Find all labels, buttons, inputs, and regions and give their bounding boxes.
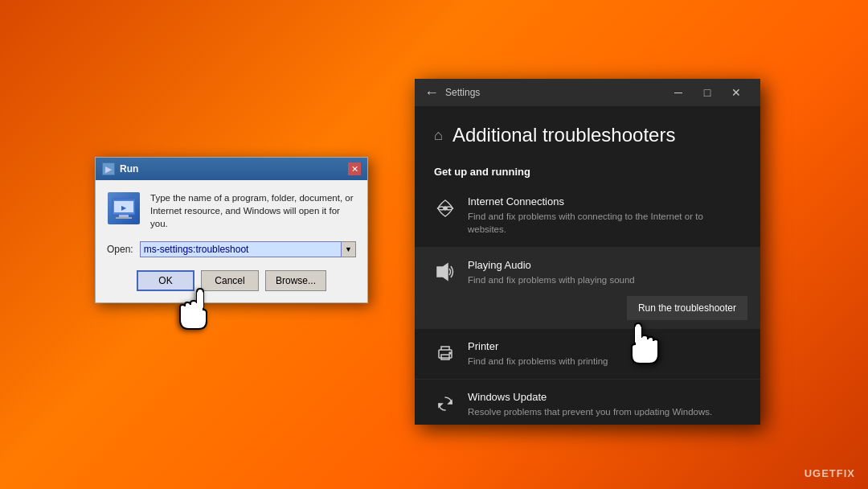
cursor-hand-run — [173, 286, 215, 343]
windows-update-item[interactable]: Windows Update Resolve problems that pre… — [415, 380, 760, 425]
run-titlebar: ▶ Run ✕ — [96, 158, 367, 180]
svg-marker-13 — [439, 404, 442, 407]
windows-update-title: Windows Update — [468, 391, 741, 403]
printer-item[interactable]: Printer Find and fix problems with print… — [415, 329, 760, 380]
settings-content[interactable]: ⌂ Additional troubleshooters Get up and … — [415, 106, 760, 425]
playing-audio-header: Playing Audio Find and fix problems with… — [434, 259, 741, 286]
run-dropdown-button[interactable]: ▼ — [342, 241, 356, 257]
internet-connections-item[interactable]: Internet Connections Find and fix proble… — [415, 184, 760, 248]
printer-text: Printer Find and fix problems with print… — [468, 340, 741, 368]
printer-desc: Find and fix problems with printing — [468, 355, 741, 368]
run-titlebar-left: ▶ Run — [102, 162, 138, 175]
run-buttons-row: OK Cancel Browse... — [96, 264, 367, 302]
watermark: UGETFIX — [805, 467, 855, 479]
run-open-label: Open: — [107, 244, 133, 255]
run-icon-area: ▶ — [107, 191, 141, 225]
titlebar-controls: ─ □ ✕ — [664, 79, 751, 106]
settings-titlebar-title: Settings — [445, 87, 664, 98]
printer-icon — [434, 342, 457, 364]
run-troubleshooter-button[interactable]: Run the troubleshooter — [627, 296, 747, 320]
home-icon: ⌂ — [434, 127, 443, 144]
settings-window: ← Settings ─ □ ✕ ⌂ Additional troublesho… — [415, 79, 760, 425]
playing-audio-desc: Find and fix problems with playing sound — [468, 273, 741, 286]
run-description: Type the name of a program, folder, docu… — [150, 191, 356, 230]
internet-connections-desc: Find and fix problems with connecting to… — [468, 210, 741, 236]
svg-text:▶: ▶ — [121, 204, 127, 212]
settings-back-button[interactable]: ← — [424, 84, 439, 101]
internet-connections-icon — [434, 197, 457, 220]
section-label: Get up and running — [415, 159, 760, 184]
svg-rect-3 — [116, 217, 132, 219]
cursor-hand-settings — [624, 320, 665, 378]
run-dialog: ▶ Run ✕ ▶ Type the name of a program, fo… — [95, 157, 368, 303]
run-body: ▶ Type the name of a program, folder, do… — [96, 180, 367, 241]
svg-rect-10 — [441, 355, 449, 360]
run-browse-button[interactable]: Browse... — [265, 270, 326, 291]
svg-point-11 — [449, 352, 451, 354]
playing-audio-icon — [434, 261, 457, 283]
printer-title: Printer — [468, 340, 741, 352]
run-open-row: Open: ms-settings:troubleshoot ▼ — [96, 241, 367, 264]
windows-update-icon — [434, 392, 457, 415]
minimize-button[interactable]: ─ — [664, 79, 693, 106]
svg-marker-8 — [437, 264, 448, 280]
svg-marker-12 — [448, 401, 452, 404]
windows-update-desc: Resolve problems that prevent you from u… — [468, 405, 741, 418]
svg-rect-1 — [113, 199, 135, 200]
svg-point-7 — [444, 207, 447, 210]
run-close-button[interactable]: ✕ — [348, 162, 361, 175]
svg-rect-6 — [197, 292, 203, 308]
run-input[interactable]: ms-settings:troubleshoot — [140, 241, 342, 257]
playing-audio-text: Playing Audio Find and fix problems with… — [468, 259, 741, 286]
playing-audio-title: Playing Audio — [468, 259, 741, 271]
settings-page-title-row: ⌂ Additional troubleshooters — [415, 106, 760, 159]
internet-connections-title: Internet Connections — [468, 195, 741, 208]
close-button[interactable]: ✕ — [722, 79, 751, 106]
run-icon: ▶ — [108, 192, 140, 224]
internet-connections-text: Internet Connections Find and fix proble… — [468, 195, 741, 236]
settings-titlebar: ← Settings ─ □ ✕ — [415, 79, 760, 106]
svg-rect-14 — [635, 327, 641, 343]
run-input-wrapper: ms-settings:troubleshoot ▼ — [140, 241, 356, 257]
run-title-icon: ▶ — [102, 162, 115, 175]
windows-update-text: Windows Update Resolve problems that pre… — [468, 391, 741, 418]
maximize-button[interactable]: □ — [693, 79, 722, 106]
svg-rect-2 — [119, 215, 129, 217]
playing-audio-item[interactable]: Playing Audio Find and fix problems with… — [415, 248, 760, 329]
run-title-text: Run — [120, 163, 138, 175]
page-title: Additional troubleshooters — [452, 124, 676, 146]
